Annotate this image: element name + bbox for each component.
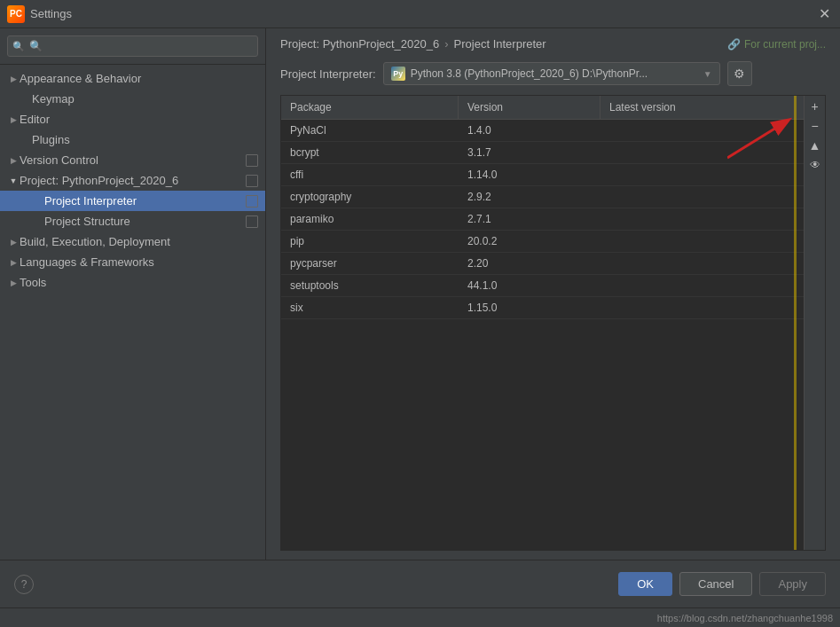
table-row[interactable]: PyNaCl 1.4.0 [281, 120, 825, 142]
cell-package: setuptools [281, 275, 459, 296]
sidebar-item-vcs[interactable]: ▶ Version Control [0, 150, 265, 170]
chevron-down-icon: ▼ [703, 69, 712, 79]
bottom-bar: ? OK Cancel Apply [0, 560, 840, 607]
sidebar-item-label: Build, Execution, Deployment [20, 235, 258, 248]
arrow-icon: ▶ [7, 256, 20, 269]
table-row[interactable]: bcrypt 3.1.7 [281, 142, 825, 164]
cell-version: 1.14.0 [459, 164, 601, 185]
search-input[interactable] [7, 35, 258, 57]
sidebar-item-label: Keymap [32, 92, 258, 106]
col-package-header: Package [281, 96, 459, 119]
cell-package: pip [281, 231, 459, 252]
apply-button[interactable]: Apply [759, 572, 826, 596]
table-row[interactable]: cffi 1.14.0 [281, 164, 825, 186]
interpreter-settings-button[interactable]: ⚙ [727, 61, 752, 86]
help-button[interactable]: ? [14, 575, 34, 594]
table-row[interactable]: six 1.15.0 [281, 297, 825, 319]
cell-latest [601, 126, 825, 135]
cell-latest [601, 237, 825, 246]
sidebar-item-keymap[interactable]: Keymap [0, 89, 265, 109]
breadcrumb-current: Project Interpreter [454, 37, 546, 51]
sidebar-item-label: Project: PythonProject_2020_6 [20, 174, 242, 187]
scroll-up-button[interactable]: ▲ [806, 137, 824, 154]
cell-package: six [281, 297, 459, 318]
table-body: PyNaCl 1.4.0 bcrypt 3.1.7 cffi 1.14.0 cr… [281, 120, 825, 550]
copy-icon [246, 154, 258, 167]
table-row[interactable]: setuptools 44.1.0 [281, 275, 825, 297]
sidebar-item-label: Project Structure [44, 215, 242, 228]
sidebar-item-plugins[interactable]: Plugins [0, 129, 265, 150]
search-box: 🔍 [0, 28, 265, 65]
cell-version: 1.15.0 [459, 297, 601, 318]
cell-latest [601, 303, 825, 312]
breadcrumb-project: Project: PythonProject_2020_6 [280, 37, 439, 51]
cancel-button[interactable]: Cancel [679, 572, 752, 596]
main-layout: 🔍 ▶ Appearance & Behavior Keymap ▶ Edito… [0, 28, 840, 560]
interpreter-select[interactable]: Py Python 3.8 (PythonProject_2020_6) D:\… [383, 62, 720, 85]
sidebar-item-editor[interactable]: ▶ Editor [0, 109, 265, 129]
interpreter-value: Python 3.8 (PythonProject_2020_6) D:\Pyt… [411, 67, 648, 80]
sidebar-item-label: Plugins [32, 133, 258, 146]
arrow-icon [20, 134, 32, 146]
sidebar-item-interpreter[interactable]: Project Interpreter [0, 191, 265, 211]
copy-icon [246, 195, 258, 208]
arrow-icon: ▶ [7, 154, 20, 167]
cell-latest [601, 148, 825, 157]
sidebar-item-project[interactable]: ▼ Project: PythonProject_2020_6 [0, 170, 265, 191]
table-row[interactable]: paramiko 2.7.1 [281, 208, 825, 231]
bottom-right: OK Cancel Apply [618, 572, 826, 596]
cell-version: 2.20 [459, 253, 601, 274]
arrow-icon: ▶ [7, 114, 20, 126]
title-bar-left: PC Settings [7, 5, 72, 23]
sidebar-item-languages[interactable]: ▶ Languages & Frameworks [0, 252, 265, 272]
arrow-icon [32, 216, 44, 228]
cell-version: 44.1.0 [459, 275, 601, 296]
cell-package: cryptography [281, 186, 459, 208]
table-row[interactable]: cryptography 2.9.2 [281, 186, 825, 208]
search-wrapper: 🔍 [7, 35, 258, 57]
table-row[interactable]: pip 20.0.2 [281, 231, 825, 253]
sidebar-item-label: Tools [20, 276, 258, 289]
interpreter-select-left: Py Python 3.8 (PythonProject_2020_6) D:\… [391, 67, 648, 81]
cell-latest [601, 281, 825, 290]
scroll-indicator-bar [794, 96, 797, 550]
sidebar-item-label: Editor [20, 113, 258, 126]
interpreter-label: Project Interpreter: [280, 67, 376, 81]
cell-package: bcrypt [281, 142, 459, 163]
cell-latest [601, 259, 825, 268]
sidebar-item-tools[interactable]: ▶ Tools [0, 272, 265, 293]
window-title: Settings [30, 7, 72, 20]
breadcrumb: Project: PythonProject_2020_6 › Project … [266, 28, 840, 56]
arrow-icon: ▶ [7, 73, 20, 85]
table-header: Package Version Latest version [281, 96, 825, 120]
arrow-icon: ▶ [7, 236, 20, 248]
sidebar-item-label: Appearance & Behavior [20, 72, 258, 85]
sidebar-item-appearance[interactable]: ▶ Appearance & Behavior [0, 68, 265, 89]
for-current-project[interactable]: For current proj... [744, 38, 826, 51]
cell-package: paramiko [281, 208, 459, 230]
add-package-button[interactable]: + [806, 98, 824, 115]
eye-button[interactable]: 👁 [806, 156, 824, 174]
sidebar-tree: ▶ Appearance & Behavior Keymap ▶ Editor … [0, 65, 265, 560]
app-icon: PC [7, 5, 25, 23]
close-button[interactable]: ✕ [815, 5, 833, 23]
copy-icon [246, 175, 258, 187]
sidebar-item-label: Languages & Frameworks [20, 255, 258, 269]
arrow-icon [32, 195, 44, 208]
cell-latest [601, 192, 825, 201]
sidebar-item-build[interactable]: ▶ Build, Execution, Deployment [0, 231, 265, 252]
content-area: Project: PythonProject_2020_6 › Project … [266, 28, 840, 560]
table-row[interactable]: pycparser 2.20 [281, 253, 825, 275]
bottom-left: ? [14, 575, 34, 594]
interpreter-row: Project Interpreter: Py Python 3.8 (Pyth… [266, 56, 840, 95]
copy-icon [246, 216, 258, 228]
packages-area: Package Version Latest version PyNaCl 1.… [280, 95, 826, 551]
sidebar-item-label: Project Interpreter [44, 194, 242, 208]
sidebar-item-structure[interactable]: Project Structure [0, 211, 265, 231]
remove-package-button[interactable]: − [806, 117, 824, 135]
cell-version: 20.0.2 [459, 231, 601, 252]
ok-button[interactable]: OK [618, 572, 672, 596]
status-url: https://blog.csdn.net/zhangchuanhe1998 [657, 613, 833, 623]
link-icon: 🔗 [727, 38, 741, 51]
cell-version: 2.9.2 [459, 186, 601, 208]
